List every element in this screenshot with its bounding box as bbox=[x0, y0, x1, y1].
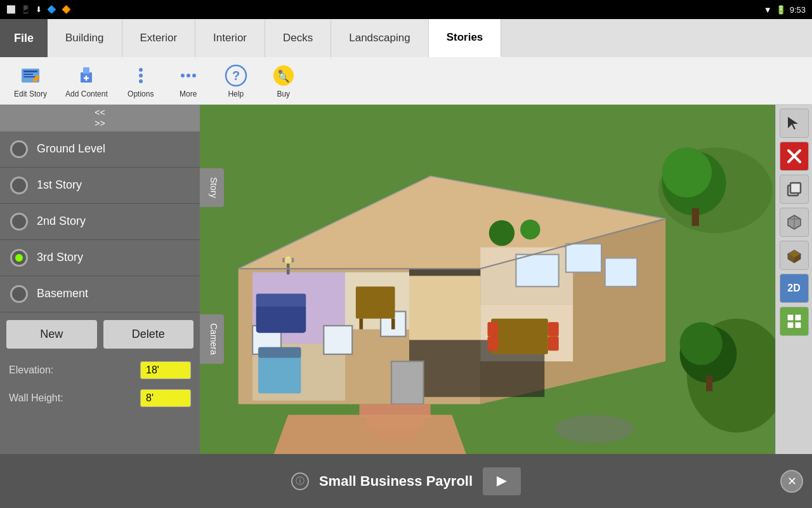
floor-tool-button[interactable] bbox=[780, 241, 809, 270]
svg-rect-6 bbox=[83, 67, 89, 74]
3d-grid-button[interactable] bbox=[780, 307, 809, 336]
story-basement[interactable]: Basement bbox=[0, 276, 200, 312]
elevation-label: Elevation: bbox=[9, 364, 140, 376]
svg-rect-77 bbox=[790, 183, 801, 193]
cursor-tool-button[interactable] bbox=[780, 109, 809, 138]
svg-rect-55 bbox=[548, 322, 559, 336]
svg-rect-2 bbox=[23, 74, 33, 75]
story-2nd-label: 2nd Story bbox=[37, 215, 86, 228]
ad-close-button[interactable]: ✕ bbox=[780, 470, 803, 493]
svg-rect-85 bbox=[795, 314, 801, 321]
svg-point-61 bbox=[680, 322, 723, 364]
svg-point-11 bbox=[139, 79, 143, 83]
collapse-down-arrow[interactable]: >> bbox=[95, 118, 105, 129]
svg-rect-51 bbox=[391, 319, 395, 330]
svg-rect-53 bbox=[488, 322, 499, 336]
radio-3rd bbox=[10, 249, 28, 267]
options-button[interactable]: Options bbox=[119, 60, 163, 102]
toolbar: Edit Story Add Content Options bbox=[0, 57, 812, 105]
svg-rect-87 bbox=[795, 322, 801, 328]
edit-story-button[interactable]: Edit Story bbox=[6, 60, 55, 102]
2d-label: 2D bbox=[787, 283, 800, 294]
svg-text:?: ? bbox=[232, 69, 240, 83]
svg-rect-35 bbox=[324, 326, 352, 354]
wall-height-input[interactable] bbox=[140, 389, 191, 407]
help-icon: ? bbox=[224, 64, 248, 88]
radio-ground-level bbox=[10, 140, 28, 158]
svg-point-12 bbox=[181, 74, 185, 77]
story-ground-level[interactable]: Ground Level bbox=[0, 131, 200, 168]
svg-rect-49 bbox=[356, 286, 395, 319]
options-icon bbox=[129, 64, 153, 88]
svg-marker-44 bbox=[274, 415, 466, 454]
phone-icon: 📱 bbox=[21, 5, 30, 14]
svg-rect-52 bbox=[491, 319, 548, 354]
story-3rd-label: 3rd Story bbox=[37, 251, 83, 264]
story-2nd[interactable]: 2nd Story bbox=[0, 204, 200, 240]
help-button[interactable]: ? Help bbox=[214, 60, 258, 102]
copy-tool-button[interactable] bbox=[780, 175, 809, 204]
svg-rect-54 bbox=[488, 337, 499, 351]
add-content-icon bbox=[74, 64, 98, 88]
camera-side-tab[interactable]: Camera bbox=[200, 314, 224, 364]
tab-landscaping[interactable]: Landscaping bbox=[331, 19, 428, 57]
story-3rd[interactable]: 3rd Story bbox=[0, 240, 200, 276]
tab-file[interactable]: File bbox=[0, 19, 48, 57]
elevation-input[interactable] bbox=[140, 361, 191, 379]
2d-view-button[interactable]: 2D bbox=[780, 274, 809, 303]
svg-rect-48 bbox=[258, 347, 301, 358]
tab-building[interactable]: Building bbox=[48, 19, 122, 57]
svg-rect-62 bbox=[706, 376, 712, 392]
svg-point-58 bbox=[662, 147, 712, 197]
radio-2nd bbox=[10, 213, 28, 231]
svg-point-63 bbox=[489, 220, 514, 246]
status-bar: ⬜ 📱 ⬇ 🔷 🔶 ▼ 🔋 9:53 bbox=[0, 0, 812, 19]
svg-rect-38 bbox=[566, 244, 601, 272]
ad-text: Small Business Payroll bbox=[319, 473, 473, 490]
story-1st-label: 1st Story bbox=[37, 178, 82, 192]
add-content-label: Add Content bbox=[65, 90, 108, 98]
wifi-icon: ▼ bbox=[764, 5, 772, 15]
story-side-tab[interactable]: Story bbox=[200, 168, 224, 207]
3d-box-tool-button[interactable] bbox=[780, 208, 809, 237]
svg-point-9 bbox=[139, 68, 143, 72]
buy-button[interactable]: 🔍 Buy bbox=[261, 60, 306, 102]
tab-interior[interactable]: Interior bbox=[195, 19, 265, 57]
ad-arrow-button[interactable] bbox=[483, 467, 521, 495]
collapse-up-arrow[interactable]: << bbox=[95, 107, 105, 118]
story-basement-label: Basement bbox=[37, 287, 88, 300]
battery-icon: 🔋 bbox=[776, 5, 786, 15]
left-panel: << >> Ground Level 1st Story 2nd Story 3… bbox=[0, 105, 200, 454]
tablet-icon: ⬜ bbox=[6, 5, 16, 14]
new-story-button[interactable]: New bbox=[6, 320, 97, 349]
svg-text:🔍: 🔍 bbox=[278, 72, 290, 83]
svg-point-10 bbox=[139, 74, 143, 77]
tab-exterior[interactable]: Exterior bbox=[122, 19, 196, 57]
add-content-button[interactable]: Add Content bbox=[58, 60, 115, 102]
story-action-buttons: New Delete bbox=[0, 312, 200, 356]
svg-point-67 bbox=[285, 257, 292, 264]
svg-rect-39 bbox=[605, 258, 638, 286]
buy-label: Buy bbox=[277, 90, 290, 98]
svg-point-64 bbox=[520, 220, 540, 239]
svg-point-68 bbox=[555, 415, 633, 443]
elevation-field: Elevation: bbox=[0, 356, 200, 384]
tab-stories[interactable]: Stories bbox=[429, 19, 502, 57]
3d-view-area[interactable] bbox=[200, 105, 775, 454]
delete-story-button[interactable]: Delete bbox=[103, 320, 194, 349]
svg-point-14 bbox=[192, 74, 196, 77]
delete-tool-button[interactable] bbox=[780, 142, 809, 171]
ad-info-icon[interactable]: ⓘ bbox=[291, 472, 309, 490]
tab-decks[interactable]: Decks bbox=[265, 19, 331, 57]
more-button[interactable]: More bbox=[166, 60, 211, 102]
radio-dot-3rd bbox=[15, 254, 23, 262]
svg-rect-3 bbox=[23, 76, 35, 77]
story-ground-level-label: Ground Level bbox=[37, 142, 105, 156]
more-label: More bbox=[180, 90, 197, 98]
svg-rect-46 bbox=[256, 293, 306, 306]
wall-height-label: Wall Height: bbox=[9, 392, 140, 404]
svg-rect-1 bbox=[23, 70, 37, 72]
story-1st[interactable]: 1st Story bbox=[0, 168, 200, 204]
svg-rect-40 bbox=[391, 361, 424, 404]
help-label: Help bbox=[228, 90, 244, 98]
